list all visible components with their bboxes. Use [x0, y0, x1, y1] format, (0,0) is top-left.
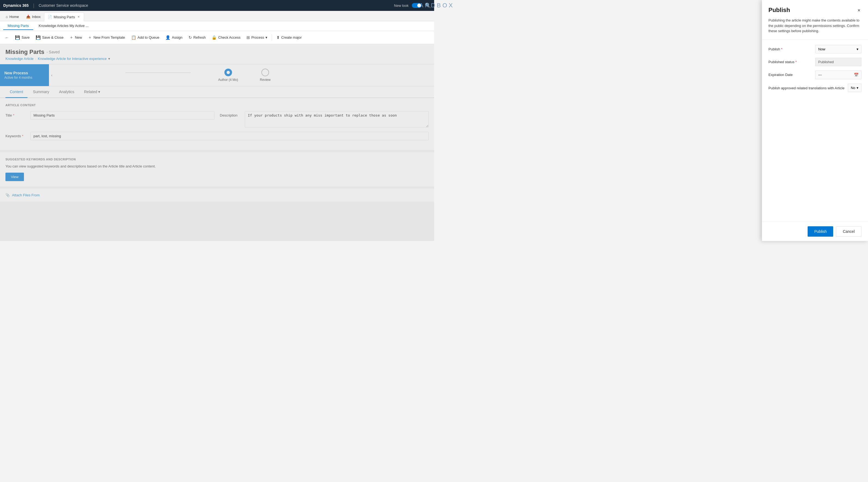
create-major-icon: ⬆: [276, 35, 280, 40]
save-close-button[interactable]: 💾 Save & Close: [33, 33, 66, 42]
new-look-toggle[interactable]: [412, 3, 422, 8]
main-overlay: [0, 44, 434, 241]
content-area: Missing Parts - Saved Knowledge Article …: [0, 44, 434, 241]
tab-home-label: Home: [9, 15, 19, 19]
brand-name: Dynamics 365: [3, 3, 29, 8]
inbox-icon: 📥: [26, 15, 30, 19]
tab-inbox[interactable]: 📥 Inbox: [23, 12, 44, 21]
add-to-queue-label: Add to Queue: [137, 35, 159, 39]
check-access-button[interactable]: 🔒 Check Access: [209, 33, 243, 42]
process-label: Process: [251, 35, 264, 39]
refresh-label: Refresh: [193, 35, 206, 39]
queue-icon: 📋: [131, 35, 136, 40]
sub-tab-knowledge-articles[interactable]: Knowledge Articles My Active ...: [34, 22, 93, 30]
sub-tab-knowledge-label: Knowledge Articles My Active ...: [39, 24, 89, 28]
home-icon: ⌂: [6, 15, 8, 19]
new-icon: ＋: [69, 35, 73, 40]
toolbar-sep: [272, 34, 272, 41]
new-label: New: [75, 35, 82, 39]
process-button[interactable]: ⊞ Process ▾: [244, 33, 270, 42]
new-look-label: New look: [394, 3, 409, 8]
save-close-icon: 💾: [36, 35, 41, 40]
article-icon: 📄: [48, 15, 52, 19]
create-major-button[interactable]: ⬆ Create major: [274, 33, 304, 42]
tab-inbox-label: Inbox: [32, 15, 41, 19]
sub-tab-bar: Missing Parts Knowledge Articles My Acti…: [0, 21, 434, 31]
refresh-button[interactable]: ↻ Refresh: [186, 33, 209, 42]
main-area: Missing Parts - Saved Knowledge Article …: [0, 44, 434, 241]
assign-button[interactable]: 👤 Assign: [163, 33, 185, 42]
brand-logo[interactable]: Dynamics 365: [3, 3, 29, 8]
new-button[interactable]: ＋ New: [67, 33, 85, 42]
save-icon: 💾: [15, 35, 20, 40]
tab-missing-parts-label: Missing Parts: [54, 15, 75, 19]
save-close-label: Save & Close: [42, 35, 64, 39]
check-access-icon: 🔒: [212, 35, 217, 40]
sub-tab-missing-parts[interactable]: Missing Parts: [3, 22, 33, 30]
check-access-label: Check Access: [218, 35, 241, 39]
workspace-label: Customer Service workspace: [39, 3, 88, 8]
save-button[interactable]: 💾 Save: [12, 33, 32, 42]
assign-icon: 👤: [165, 35, 170, 40]
refresh-icon: ↻: [188, 35, 192, 40]
new-from-template-label: New From Template: [93, 35, 125, 39]
process-chevron-icon: ▾: [266, 35, 268, 39]
tab-home[interactable]: ⌂ Home: [2, 12, 23, 21]
tab-missing-parts[interactable]: 📄 Missing Parts ×: [44, 12, 84, 21]
sub-tab-missing-parts-label: Missing Parts: [8, 24, 29, 28]
new-from-template-button[interactable]: ＋ New From Template: [85, 33, 128, 42]
process-icon: ⊞: [246, 35, 250, 40]
add-to-queue-button[interactable]: 📋 Add to Queue: [128, 33, 162, 42]
top-navigation: Dynamics 365 | Customer Service workspac…: [0, 0, 434, 11]
back-button[interactable]: ←: [2, 33, 12, 42]
template-icon: ＋: [88, 35, 92, 40]
tab-close-icon[interactable]: ×: [76, 15, 81, 19]
create-major-label: Create major: [281, 35, 302, 39]
nav-divider: |: [33, 3, 34, 8]
toolbar: ← 💾 Save 💾 Save & Close ＋ New ＋ New From…: [0, 31, 434, 44]
assign-label: Assign: [172, 35, 183, 39]
back-icon: ←: [5, 35, 9, 40]
save-label: Save: [22, 35, 30, 39]
tab-bar: ⌂ Home 📥 Inbox 📄 Missing Parts ×: [0, 11, 434, 21]
